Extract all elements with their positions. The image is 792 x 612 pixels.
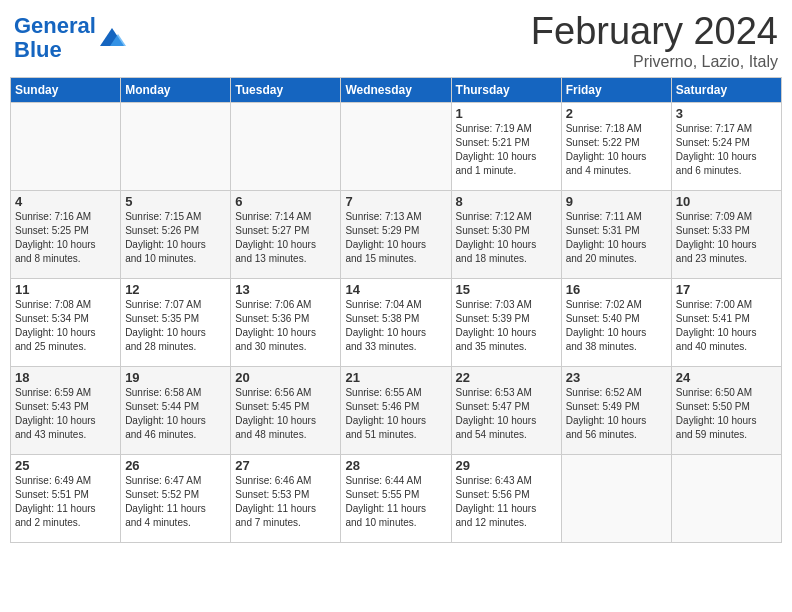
day-number: 4 (15, 194, 116, 209)
day-number: 10 (676, 194, 777, 209)
calendar-cell (341, 103, 451, 191)
calendar-cell: 14Sunrise: 7:04 AM Sunset: 5:38 PM Dayli… (341, 279, 451, 367)
day-number: 14 (345, 282, 446, 297)
day-number: 12 (125, 282, 226, 297)
calendar-cell: 11Sunrise: 7:08 AM Sunset: 5:34 PM Dayli… (11, 279, 121, 367)
day-number: 29 (456, 458, 557, 473)
day-info: Sunrise: 6:43 AM Sunset: 5:56 PM Dayligh… (456, 474, 557, 530)
weekday-header-sunday: Sunday (11, 78, 121, 103)
calendar-cell: 5Sunrise: 7:15 AM Sunset: 5:26 PM Daylig… (121, 191, 231, 279)
calendar-cell: 7Sunrise: 7:13 AM Sunset: 5:29 PM Daylig… (341, 191, 451, 279)
day-number: 13 (235, 282, 336, 297)
calendar-cell: 3Sunrise: 7:17 AM Sunset: 5:24 PM Daylig… (671, 103, 781, 191)
calendar-cell (671, 455, 781, 543)
calendar-week-row: 25Sunrise: 6:49 AM Sunset: 5:51 PM Dayli… (11, 455, 782, 543)
day-info: Sunrise: 6:49 AM Sunset: 5:51 PM Dayligh… (15, 474, 116, 530)
day-info: Sunrise: 7:03 AM Sunset: 5:39 PM Dayligh… (456, 298, 557, 354)
calendar-week-row: 1Sunrise: 7:19 AM Sunset: 5:21 PM Daylig… (11, 103, 782, 191)
logo-general: General (14, 13, 96, 38)
day-number: 26 (125, 458, 226, 473)
day-info: Sunrise: 7:06 AM Sunset: 5:36 PM Dayligh… (235, 298, 336, 354)
calendar-week-row: 18Sunrise: 6:59 AM Sunset: 5:43 PM Dayli… (11, 367, 782, 455)
day-number: 16 (566, 282, 667, 297)
calendar-cell: 19Sunrise: 6:58 AM Sunset: 5:44 PM Dayli… (121, 367, 231, 455)
calendar-cell (121, 103, 231, 191)
location-title: Priverno, Lazio, Italy (531, 53, 778, 71)
day-number: 17 (676, 282, 777, 297)
calendar-cell: 28Sunrise: 6:44 AM Sunset: 5:55 PM Dayli… (341, 455, 451, 543)
day-info: Sunrise: 7:14 AM Sunset: 5:27 PM Dayligh… (235, 210, 336, 266)
calendar-cell: 17Sunrise: 7:00 AM Sunset: 5:41 PM Dayli… (671, 279, 781, 367)
weekday-header-saturday: Saturday (671, 78, 781, 103)
day-number: 1 (456, 106, 557, 121)
calendar-cell: 6Sunrise: 7:14 AM Sunset: 5:27 PM Daylig… (231, 191, 341, 279)
logo-blue: Blue (14, 37, 62, 62)
day-number: 24 (676, 370, 777, 385)
day-number: 23 (566, 370, 667, 385)
calendar-cell: 24Sunrise: 6:50 AM Sunset: 5:50 PM Dayli… (671, 367, 781, 455)
calendar-table: SundayMondayTuesdayWednesdayThursdayFrid… (10, 77, 782, 543)
calendar-cell: 23Sunrise: 6:52 AM Sunset: 5:49 PM Dayli… (561, 367, 671, 455)
day-number: 19 (125, 370, 226, 385)
calendar-cell: 4Sunrise: 7:16 AM Sunset: 5:25 PM Daylig… (11, 191, 121, 279)
day-info: Sunrise: 7:08 AM Sunset: 5:34 PM Dayligh… (15, 298, 116, 354)
day-number: 6 (235, 194, 336, 209)
day-info: Sunrise: 6:52 AM Sunset: 5:49 PM Dayligh… (566, 386, 667, 442)
calendar-cell: 22Sunrise: 6:53 AM Sunset: 5:47 PM Dayli… (451, 367, 561, 455)
day-info: Sunrise: 7:12 AM Sunset: 5:30 PM Dayligh… (456, 210, 557, 266)
day-number: 8 (456, 194, 557, 209)
day-info: Sunrise: 7:18 AM Sunset: 5:22 PM Dayligh… (566, 122, 667, 178)
day-info: Sunrise: 7:02 AM Sunset: 5:40 PM Dayligh… (566, 298, 667, 354)
calendar-cell: 18Sunrise: 6:59 AM Sunset: 5:43 PM Dayli… (11, 367, 121, 455)
calendar-cell: 13Sunrise: 7:06 AM Sunset: 5:36 PM Dayli… (231, 279, 341, 367)
calendar-cell: 16Sunrise: 7:02 AM Sunset: 5:40 PM Dayli… (561, 279, 671, 367)
day-info: Sunrise: 7:09 AM Sunset: 5:33 PM Dayligh… (676, 210, 777, 266)
day-info: Sunrise: 6:55 AM Sunset: 5:46 PM Dayligh… (345, 386, 446, 442)
day-number: 7 (345, 194, 446, 209)
day-info: Sunrise: 6:46 AM Sunset: 5:53 PM Dayligh… (235, 474, 336, 530)
day-info: Sunrise: 6:47 AM Sunset: 5:52 PM Dayligh… (125, 474, 226, 530)
day-number: 9 (566, 194, 667, 209)
day-number: 2 (566, 106, 667, 121)
day-info: Sunrise: 7:04 AM Sunset: 5:38 PM Dayligh… (345, 298, 446, 354)
day-info: Sunrise: 6:50 AM Sunset: 5:50 PM Dayligh… (676, 386, 777, 442)
title-area: February 2024 Priverno, Lazio, Italy (531, 10, 778, 71)
weekday-header-row: SundayMondayTuesdayWednesdayThursdayFrid… (11, 78, 782, 103)
day-info: Sunrise: 6:56 AM Sunset: 5:45 PM Dayligh… (235, 386, 336, 442)
month-title: February 2024 (531, 10, 778, 53)
calendar-cell: 29Sunrise: 6:43 AM Sunset: 5:56 PM Dayli… (451, 455, 561, 543)
day-number: 3 (676, 106, 777, 121)
calendar-cell (561, 455, 671, 543)
calendar-cell (231, 103, 341, 191)
calendar-cell: 12Sunrise: 7:07 AM Sunset: 5:35 PM Dayli… (121, 279, 231, 367)
day-info: Sunrise: 7:07 AM Sunset: 5:35 PM Dayligh… (125, 298, 226, 354)
calendar-cell: 15Sunrise: 7:03 AM Sunset: 5:39 PM Dayli… (451, 279, 561, 367)
calendar-cell: 21Sunrise: 6:55 AM Sunset: 5:46 PM Dayli… (341, 367, 451, 455)
day-number: 5 (125, 194, 226, 209)
weekday-header-friday: Friday (561, 78, 671, 103)
header: General Blue February 2024 Priverno, Laz… (10, 10, 782, 71)
day-number: 21 (345, 370, 446, 385)
day-number: 22 (456, 370, 557, 385)
weekday-header-tuesday: Tuesday (231, 78, 341, 103)
day-number: 27 (235, 458, 336, 473)
day-info: Sunrise: 7:11 AM Sunset: 5:31 PM Dayligh… (566, 210, 667, 266)
day-info: Sunrise: 7:13 AM Sunset: 5:29 PM Dayligh… (345, 210, 446, 266)
day-number: 11 (15, 282, 116, 297)
calendar-cell: 10Sunrise: 7:09 AM Sunset: 5:33 PM Dayli… (671, 191, 781, 279)
calendar-cell: 8Sunrise: 7:12 AM Sunset: 5:30 PM Daylig… (451, 191, 561, 279)
day-number: 20 (235, 370, 336, 385)
weekday-header-monday: Monday (121, 78, 231, 103)
calendar-cell: 1Sunrise: 7:19 AM Sunset: 5:21 PM Daylig… (451, 103, 561, 191)
day-info: Sunrise: 6:53 AM Sunset: 5:47 PM Dayligh… (456, 386, 557, 442)
logo-icon (98, 24, 126, 52)
day-number: 25 (15, 458, 116, 473)
calendar-cell: 25Sunrise: 6:49 AM Sunset: 5:51 PM Dayli… (11, 455, 121, 543)
calendar-cell: 26Sunrise: 6:47 AM Sunset: 5:52 PM Dayli… (121, 455, 231, 543)
weekday-header-wednesday: Wednesday (341, 78, 451, 103)
calendar-week-row: 11Sunrise: 7:08 AM Sunset: 5:34 PM Dayli… (11, 279, 782, 367)
day-info: Sunrise: 7:17 AM Sunset: 5:24 PM Dayligh… (676, 122, 777, 178)
day-info: Sunrise: 7:19 AM Sunset: 5:21 PM Dayligh… (456, 122, 557, 178)
day-info: Sunrise: 6:58 AM Sunset: 5:44 PM Dayligh… (125, 386, 226, 442)
day-number: 15 (456, 282, 557, 297)
